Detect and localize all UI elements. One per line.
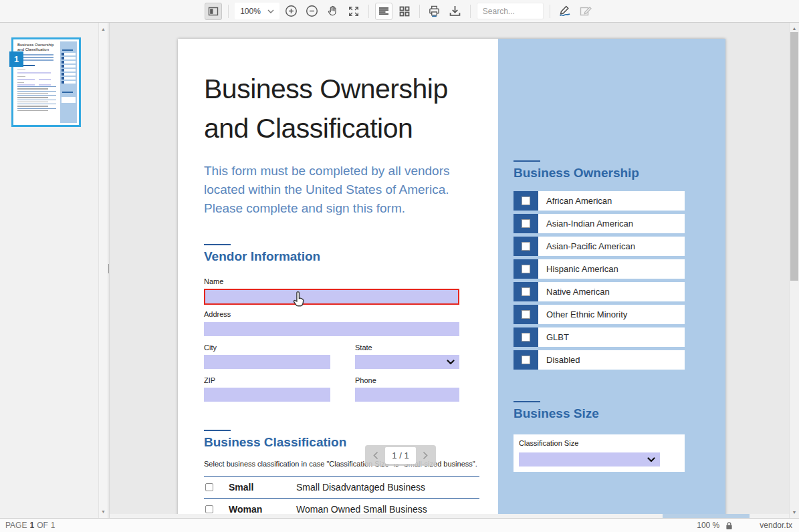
document-filename: vendor.tx <box>760 521 792 530</box>
plus-circle-icon <box>285 5 298 17</box>
section-accent-line <box>204 430 231 431</box>
row-checkbox[interactable] <box>205 505 213 513</box>
section-accent-line <box>204 244 231 245</box>
text-lines-icon <box>378 7 389 16</box>
download-icon <box>449 5 461 17</box>
ownership-checkbox[interactable] <box>522 196 530 205</box>
pane-icon <box>208 6 219 17</box>
ownership-checkbox[interactable] <box>522 242 530 251</box>
section-heading-business-classification: Business Classification <box>204 435 346 450</box>
section-heading-business-ownership: Business Ownership <box>513 166 639 180</box>
classification-note: Select business classification in case "… <box>204 460 479 468</box>
checkbox-cell <box>513 350 538 370</box>
row-checkbox[interactable] <box>205 483 213 491</box>
row-description: Woman Owned Small Business <box>296 504 427 515</box>
scroll-up-icon[interactable]: ▲ <box>790 26 799 31</box>
checkbox-cell <box>513 259 538 279</box>
chevron-down-icon <box>447 360 455 365</box>
viewer-content: 1 Business Ownership and Classification <box>0 23 799 518</box>
field-label-zip: ZIP <box>204 376 215 384</box>
ownership-checkbox[interactable] <box>522 356 530 364</box>
form-title: Business Ownership and Classification <box>204 70 485 148</box>
main-vertical-scrollbar[interactable]: ▲ ▼ <box>789 23 799 518</box>
zoom-level-value: 100% <box>240 7 261 16</box>
print-button[interactable] <box>426 3 443 20</box>
toolbar-separator <box>228 5 229 18</box>
checkbox-cell <box>513 214 538 233</box>
checkbox-cell <box>513 282 538 301</box>
classification-size-select[interactable] <box>519 452 660 467</box>
form-left-column: Business Ownership and Classification Th… <box>204 39 479 518</box>
chevron-down-icon <box>267 9 274 13</box>
ownership-checkbox[interactable] <box>522 265 530 273</box>
toolbar-separator <box>419 5 420 18</box>
toolbar-separator <box>470 5 471 18</box>
field-label-name: Name <box>204 277 223 285</box>
ownership-checkbox[interactable] <box>522 219 530 228</box>
ownership-option-label: African American <box>538 191 685 211</box>
ownership-option-label: Asian-Indian American <box>538 214 685 233</box>
scroll-down-icon[interactable]: ▼ <box>790 510 799 515</box>
grid-icon <box>399 6 410 17</box>
status-bar: PAGE 1 OF 1 100 % vendor.tx <box>0 518 799 532</box>
lock-icon <box>725 521 733 530</box>
annotation-edit-button[interactable] <box>577 3 594 20</box>
checkbox-cell <box>513 327 538 347</box>
ownership-option-row: Asian-Pacific American <box>513 237 685 256</box>
business-classification-section: Business Classification <box>204 430 346 450</box>
form-intro: This form must be completed by all vendo… <box>204 162 470 218</box>
ownership-checkbox[interactable] <box>522 310 530 319</box>
expand-icon <box>348 5 360 17</box>
ownership-option-label: GLBT <box>538 327 685 347</box>
vertical-scrollbar-thumb[interactable] <box>790 32 798 281</box>
of-word: OF <box>37 521 48 530</box>
scroll-down-icon[interactable]: ▼ <box>99 509 108 514</box>
checkbox-cell <box>513 237 538 256</box>
city-input[interactable] <box>204 355 330 369</box>
pdf-toolbar: 100% <box>0 0 799 23</box>
page-indicator: 1 / 1 <box>385 447 416 464</box>
zoom-level-select[interactable]: 100% <box>235 3 279 19</box>
fit-to-screen-button[interactable] <box>345 3 362 20</box>
hand-icon <box>326 5 339 17</box>
ownership-checkbox[interactable] <box>522 287 530 296</box>
signature-pen-icon <box>558 5 572 17</box>
next-page-button[interactable] <box>422 451 429 460</box>
row-code: Woman <box>229 504 296 515</box>
zoom-out-button[interactable] <box>304 3 321 20</box>
ownership-option-label: Hispanic American <box>538 259 685 279</box>
scroll-up-icon[interactable]: ▲ <box>99 27 108 31</box>
name-input[interactable] <box>204 289 459 305</box>
text-selection-button[interactable] <box>375 3 392 20</box>
download-button[interactable] <box>447 3 464 20</box>
ownership-option-row: Asian-Indian American <box>513 214 685 233</box>
zoom-in-button[interactable] <box>283 3 300 20</box>
ownership-panel: Business Ownership African American Asia… <box>498 39 725 518</box>
pdf-viewer-app: 100% <box>0 0 799 532</box>
phone-input[interactable] <box>355 388 459 402</box>
prev-page-button[interactable] <box>372 451 379 460</box>
sidebar-toggle-button[interactable] <box>205 3 222 20</box>
zip-input[interactable] <box>204 388 330 402</box>
ownership-option-label: Other Ethnic Minority <box>538 305 685 324</box>
state-select[interactable] <box>355 355 459 369</box>
ownership-option-label: Asian-Pacific American <box>538 237 685 256</box>
ownership-option-row: African American <box>513 191 685 211</box>
signature-button[interactable] <box>556 3 574 20</box>
document-canvas: Business Ownership and Classification Th… <box>110 23 789 518</box>
thumbnail-title: Business Ownership and Classification <box>17 43 56 52</box>
ownership-checkbox[interactable] <box>522 333 530 342</box>
chevron-down-icon <box>647 457 655 462</box>
page-count-label: PAGE 1 OF 1 <box>5 521 55 530</box>
address-input[interactable] <box>204 322 459 336</box>
section-heading-vendor-information: Vendor Information <box>204 249 320 264</box>
ownership-option-row: Other Ethnic Minority <box>513 305 685 324</box>
minus-circle-icon <box>306 5 318 17</box>
pan-tool-button[interactable] <box>324 3 342 20</box>
field-label-state: State <box>355 344 372 352</box>
page-grid-view-button[interactable] <box>396 3 413 20</box>
ownership-option-row: Disabled <box>513 350 685 370</box>
search-input[interactable] <box>477 3 544 19</box>
row-description: Small Disadvantaged Business <box>296 482 425 493</box>
section-heading-business-size: Business Size <box>513 406 599 421</box>
